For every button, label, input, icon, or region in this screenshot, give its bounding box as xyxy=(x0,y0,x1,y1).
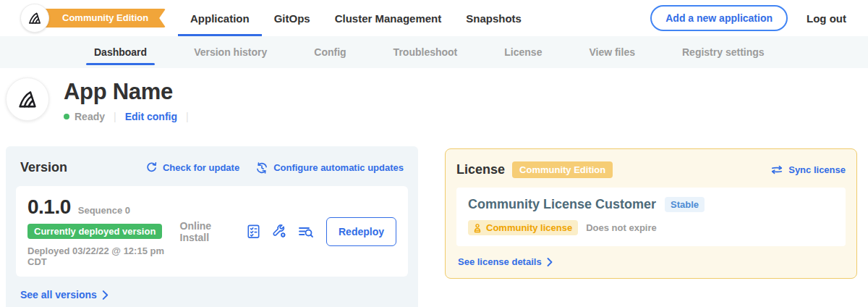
subtab-view-files[interactable]: View files xyxy=(589,46,635,58)
see-all-versions-link[interactable]: See all versions xyxy=(20,289,109,300)
see-license-details-label: See license details xyxy=(458,256,542,267)
status-badge: Ready xyxy=(75,111,105,122)
license-card-header: License Community Edition Sync license xyxy=(456,161,846,178)
subtab-troubleshoot[interactable]: Troubleshoot xyxy=(393,46,458,58)
redeploy-button[interactable]: Redeploy xyxy=(326,217,396,246)
community-edition-badge: Community Edition xyxy=(512,161,613,178)
auto-update-clock-icon xyxy=(255,161,268,174)
add-new-application-button[interactable]: Add a new application xyxy=(650,5,788,31)
configure-automatic-updates-label: Configure automatic updates xyxy=(273,162,404,173)
preflight-checks-icon[interactable] xyxy=(245,223,262,240)
top-nav-links: Application GitOps Cluster Management Sn… xyxy=(178,0,534,36)
top-nav-spacer xyxy=(534,0,650,36)
version-actions: Online Install xyxy=(180,217,396,246)
license-card-footer: See license details xyxy=(456,256,846,267)
check-for-update-label: Check for update xyxy=(163,162,239,173)
brand-logo: Community Edition xyxy=(20,0,159,36)
meta-divider: | xyxy=(114,111,116,122)
top-nav: Community Edition Application GitOps Clu… xyxy=(0,0,868,36)
log-out-link[interactable]: Log out xyxy=(807,12,846,25)
refresh-icon xyxy=(145,161,158,174)
currently-deployed-badge: Currently deployed version xyxy=(27,224,162,239)
license-type-row: Community license Does not expire xyxy=(468,220,834,235)
deployed-version-info: 0.1.0 Sequence 0 Currently deployed vers… xyxy=(27,195,180,267)
edit-config-link[interactable]: Edit config xyxy=(125,111,177,122)
license-type-label: Community license xyxy=(486,222,572,233)
version-card-title: Version xyxy=(20,160,67,175)
subtab-dashboard[interactable]: Dashboard xyxy=(94,46,147,58)
customer-person-icon xyxy=(472,223,482,233)
subtab-version-history[interactable]: Version history xyxy=(194,46,267,58)
sync-license-label: Sync license xyxy=(788,164,846,175)
dashboard-cards: Version Check for update xyxy=(0,146,868,307)
license-type-badge: Community license xyxy=(468,220,578,235)
replicated-logo xyxy=(20,4,49,33)
app-sub-nav: Dashboard Version history Config Trouble… xyxy=(0,36,868,68)
license-card-title: License xyxy=(456,162,505,177)
version-card: Version Check for update xyxy=(6,146,418,307)
license-customer-row: Community License Customer Stable xyxy=(468,197,834,212)
version-number: 0.1.0 xyxy=(27,195,71,219)
tab-cluster-management[interactable]: Cluster Management xyxy=(323,0,454,36)
customer-name: Community License Customer xyxy=(468,197,656,212)
configure-automatic-updates-link[interactable]: Configure automatic updates xyxy=(255,161,404,174)
version-card-footer: See all versions xyxy=(16,289,408,300)
deployed-timestamp: Deployed 03/22/22 @ 12:15 pm CDT xyxy=(27,245,180,267)
chevron-right-icon xyxy=(102,290,109,300)
meta-divider: | xyxy=(186,111,189,122)
see-all-versions-label: See all versions xyxy=(20,289,97,300)
license-details-panel: Community License Customer Stable Commun… xyxy=(456,188,846,246)
tab-application[interactable]: Application xyxy=(178,0,262,36)
channel-badge: Stable xyxy=(665,197,705,212)
status-dot xyxy=(64,114,69,119)
version-card-actions: Check for update Configure automatic upd… xyxy=(145,161,404,174)
expiry-label: Does not expire xyxy=(586,222,657,233)
community-edition-ribbon: Community Edition xyxy=(32,9,166,28)
tab-gitops[interactable]: GitOps xyxy=(262,0,323,36)
sequence-label: Sequence 0 xyxy=(78,205,130,216)
app-header-text: App Name Ready | Edit config | xyxy=(64,77,197,146)
page-title: App Name xyxy=(64,79,197,105)
version-row: 0.1.0 Sequence 0 xyxy=(27,195,180,219)
view-diff-icon[interactable] xyxy=(297,223,315,240)
app-meta-row: Ready | Edit config | xyxy=(64,111,197,122)
app-header: App Name Ready | Edit config | xyxy=(0,68,868,146)
sync-arrows-icon xyxy=(770,164,783,175)
check-for-update-link[interactable]: Check for update xyxy=(145,161,239,174)
replicated-mark-icon xyxy=(27,10,43,26)
install-type-label: Online Install xyxy=(180,220,234,243)
deployed-version-panel: 0.1.0 Sequence 0 Currently deployed vers… xyxy=(16,186,408,277)
license-card: License Community Edition Sync license C… xyxy=(445,148,857,279)
subtab-registry-settings[interactable]: Registry settings xyxy=(682,46,765,58)
subtab-config[interactable]: Config xyxy=(314,46,346,58)
sync-license-link[interactable]: Sync license xyxy=(770,164,846,175)
see-license-details-link[interactable]: See license details xyxy=(458,256,553,267)
version-card-header: Version Check for update xyxy=(16,160,408,175)
chevron-right-icon xyxy=(547,258,553,266)
replicated-mark-icon xyxy=(16,88,39,111)
subtab-license[interactable]: License xyxy=(504,46,542,58)
app-avatar xyxy=(6,77,49,121)
tab-snapshots[interactable]: Snapshots xyxy=(454,0,534,36)
config-wrench-icon[interactable] xyxy=(271,223,288,240)
